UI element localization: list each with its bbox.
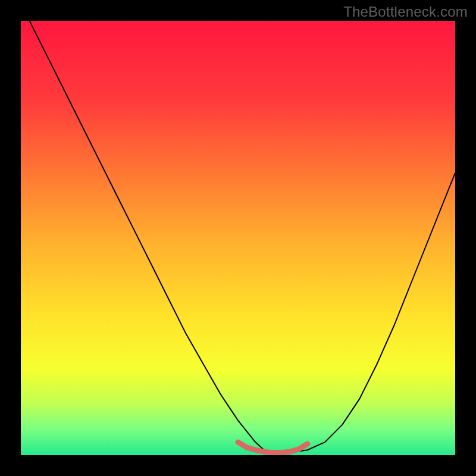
bottleneck-chart xyxy=(0,0,476,476)
plot-background xyxy=(21,21,455,455)
chart-frame: TheBottleneck.com xyxy=(0,0,476,476)
watermark-text: TheBottleneck.com xyxy=(343,4,468,20)
